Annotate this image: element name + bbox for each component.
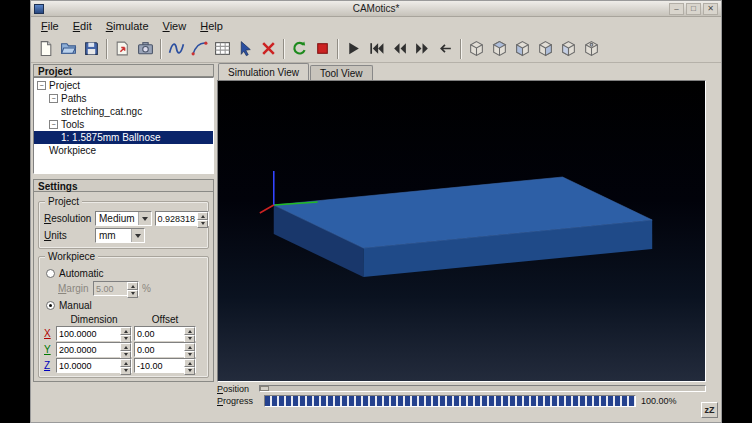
units-select[interactable]: mm — [95, 228, 145, 243]
toolpath-wave-button[interactable] — [165, 37, 188, 60]
back-view-button[interactable] — [580, 37, 603, 60]
spin-arrows[interactable] — [197, 212, 208, 225]
front-view-button[interactable] — [511, 37, 534, 60]
iso-view-button[interactable] — [465, 37, 488, 60]
save-project-button[interactable] — [80, 37, 103, 60]
spin-down-icon[interactable] — [197, 220, 208, 228]
minimize-button[interactable]: – — [669, 3, 684, 15]
new-file-icon — [37, 40, 54, 57]
left-view-button[interactable] — [557, 37, 580, 60]
tab-simulation-view[interactable]: Simulation View — [218, 63, 309, 80]
spin-up-icon[interactable] — [184, 343, 195, 351]
toolbar-separator — [106, 39, 108, 59]
spin-arrows[interactable] — [184, 359, 195, 372]
manual-radio[interactable]: Manual — [46, 300, 201, 311]
left-sidebar: Project Project Paths stretching_cat.ngc… — [33, 64, 214, 382]
y-offset-spinbox[interactable]: 0.00 — [134, 342, 196, 357]
toolpath-curve-button[interactable] — [188, 37, 211, 60]
spin-down-icon[interactable] — [127, 290, 138, 298]
rewind-icon — [391, 40, 408, 57]
tool-table-button[interactable] — [211, 37, 234, 60]
progress-row: Progress 100.00% — [217, 395, 706, 407]
reverse-button[interactable] — [388, 37, 411, 60]
delete-button[interactable] — [257, 37, 280, 60]
automatic-radio[interactable]: Automatic — [46, 268, 201, 279]
top-view-button[interactable] — [488, 37, 511, 60]
tree-item-project[interactable]: Project — [34, 79, 213, 92]
spin-arrows[interactable] — [120, 359, 131, 372]
spin-up-icon[interactable] — [197, 212, 208, 220]
spin-up-icon[interactable] — [127, 282, 138, 290]
y-dimension-spinbox[interactable]: 200.0000 — [56, 342, 132, 357]
position-label: Position — [217, 384, 259, 394]
tree-item-ngc-file[interactable]: stretching_cat.ngc — [34, 105, 213, 118]
spin-arrows[interactable] — [120, 343, 131, 356]
menu-file[interactable]: File — [34, 19, 66, 33]
play-button[interactable] — [342, 37, 365, 60]
view-tabs: Simulation View Tool View — [217, 63, 706, 80]
close-button[interactable]: ✕ — [703, 3, 718, 15]
sleep-button[interactable]: zZ — [701, 402, 718, 418]
spin-arrows[interactable] — [184, 343, 195, 356]
tree-item-tools[interactable]: Tools — [34, 118, 213, 131]
cube-iso-icon — [468, 40, 485, 57]
tree-item-ballnose-tool[interactable]: 1: 1.5875mm Ballnose — [34, 131, 213, 144]
menu-view[interactable]: View — [156, 19, 194, 33]
spin-up-icon[interactable] — [120, 343, 131, 351]
menu-edit[interactable]: Edit — [66, 19, 99, 33]
margin-spinbox[interactable]: 5.00 — [93, 281, 139, 296]
y-axis-row: Y 200.0000 0.00 — [44, 342, 203, 357]
spin-arrows[interactable] — [184, 327, 195, 340]
spin-up-icon[interactable] — [184, 327, 195, 335]
spin-up-icon[interactable] — [120, 359, 131, 367]
camera-icon — [137, 40, 154, 57]
export-icon — [114, 40, 131, 57]
project-tree: Project Paths stretching_cat.ngc Tools 1… — [33, 77, 214, 174]
collapse-icon[interactable] — [49, 120, 58, 129]
menu-help[interactable]: Help — [193, 19, 230, 33]
y-axis-label: Y — [44, 344, 54, 355]
resolution-step-spinbox[interactable]: 0.928318 — [155, 211, 210, 226]
stop-button[interactable] — [311, 37, 334, 60]
restart-button[interactable] — [365, 37, 388, 60]
position-slider[interactable] — [259, 385, 706, 392]
position-slider-handle[interactable] — [260, 386, 269, 391]
dropdown-arrow-icon[interactable] — [138, 212, 151, 225]
settings-panel: Project Resolution Medium 0.928318 — [33, 192, 214, 382]
tab-tool-view[interactable]: Tool View — [310, 65, 373, 80]
select-pointer-button[interactable] — [234, 37, 257, 60]
collapse-icon[interactable] — [37, 81, 46, 90]
cube-top-icon — [491, 40, 508, 57]
resolution-select[interactable]: Medium — [95, 211, 152, 226]
x-offset-spinbox[interactable]: 0.00 — [134, 326, 196, 341]
arrow-left-icon — [437, 40, 454, 57]
radio-icon[interactable] — [46, 269, 55, 278]
fast-forward-button[interactable] — [411, 37, 434, 60]
maximize-button[interactable]: □ — [686, 3, 701, 15]
spin-arrows[interactable] — [127, 282, 138, 295]
dropdown-arrow-icon[interactable] — [131, 229, 144, 242]
reload-button[interactable] — [288, 37, 311, 60]
menu-simulate[interactable]: Simulate — [99, 19, 156, 33]
z-offset-spinbox[interactable]: -10.00 — [134, 358, 196, 373]
new-file-button[interactable] — [34, 37, 57, 60]
collapse-icon[interactable] — [49, 94, 58, 103]
open-project-button[interactable] — [57, 37, 80, 60]
tree-item-paths[interactable]: Paths — [34, 92, 213, 105]
margin-row: Margin 5.00 % — [58, 281, 203, 296]
radio-checked-icon[interactable] — [46, 301, 55, 310]
spin-arrows[interactable] — [120, 327, 131, 340]
simulation-3d-view[interactable] — [217, 80, 706, 382]
step-back-button[interactable] — [434, 37, 457, 60]
spin-down-icon[interactable] — [120, 367, 131, 375]
export-button[interactable] — [111, 37, 134, 60]
x-dimension-spinbox[interactable]: 100.0000 — [56, 326, 132, 341]
tree-item-workpiece[interactable]: Workpiece — [34, 144, 213, 157]
z-dimension-spinbox[interactable]: 10.0000 — [56, 358, 132, 373]
spin-down-icon[interactable] — [184, 367, 195, 375]
spin-up-icon[interactable] — [120, 327, 131, 335]
screenshot-button[interactable] — [134, 37, 157, 60]
progress-percent: 100.00% — [641, 396, 677, 406]
spin-up-icon[interactable] — [184, 359, 195, 367]
right-view-button[interactable] — [534, 37, 557, 60]
